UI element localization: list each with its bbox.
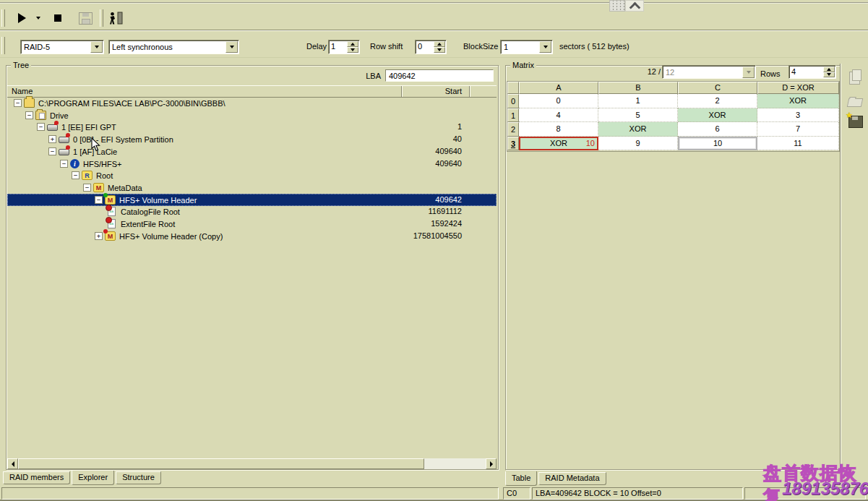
- matrix-cell[interactable]: 3: [757, 108, 839, 123]
- matrix-cell[interactable]: 9: [598, 137, 678, 151]
- block-size-combo[interactable]: 1: [500, 40, 553, 54]
- tab-table[interactable]: Table: [505, 471, 537, 486]
- tree-item-label[interactable]: 1 [EE] EFI GPT: [61, 122, 119, 132]
- tab-raid-members[interactable]: RAID members: [3, 471, 70, 484]
- tree-row[interactable]: +0 [0B] - EFI System Partition40: [7, 133, 497, 145]
- spin-up-icon[interactable]: [823, 67, 835, 72]
- matrix-row-header[interactable]: 3: [507, 137, 519, 151]
- chevron-down-icon[interactable]: [225, 41, 238, 53]
- chevron-down-icon[interactable]: [90, 41, 103, 53]
- controls-gripper[interactable]: [1, 37, 5, 54]
- start-column-header[interactable]: Start: [445, 87, 462, 95]
- column-divider[interactable]: [469, 86, 470, 97]
- tree-item-label[interactable]: 0 [0B] - EFI System Partition: [73, 134, 176, 144]
- tab-explorer[interactable]: Explorer: [72, 471, 114, 485]
- matrix-cell[interactable]: XOR10: [519, 137, 598, 151]
- matrix-cell[interactable]: 1: [598, 94, 678, 108]
- matrix-cell[interactable]: 0: [519, 94, 598, 108]
- dots-grid-icon[interactable]: [609, 0, 625, 12]
- matrix-cell[interactable]: XOR: [757, 94, 839, 108]
- collapse-icon[interactable]: −: [14, 99, 22, 107]
- overlay-widget[interactable]: [609, 0, 644, 10]
- parity-layout-combo[interactable]: Left synchronous: [108, 40, 239, 54]
- tree-row[interactable]: ExtentFile Root1592424: [7, 218, 497, 230]
- toolbar-gripper[interactable]: [1, 9, 5, 27]
- column-divider[interactable]: [401, 86, 402, 97]
- tree-row[interactable]: −MHFS+ Volume Header409642: [7, 194, 497, 206]
- save-button[interactable]: [77, 9, 94, 27]
- matrix-corner-header[interactable]: [507, 82, 519, 94]
- spin-down-icon[interactable]: [347, 47, 358, 53]
- tree-item-label[interactable]: Root: [96, 171, 115, 180]
- tree-item-label[interactable]: C:\PROGRAM FILES\ACE LAB\PC-3000\BIN\GBB…: [38, 98, 228, 108]
- tab-raid-metadata[interactable]: RAID Metadata: [538, 472, 606, 485]
- matrix-column-header[interactable]: B: [598, 82, 678, 94]
- tree-row[interactable]: −1 [AF] LaCie409640: [7, 145, 497, 158]
- matrix-column-header[interactable]: C: [678, 82, 757, 94]
- matrix-cell[interactable]: XOR: [678, 108, 757, 123]
- raid-type-combo[interactable]: RAID-5: [20, 40, 104, 54]
- spin-down-icon[interactable]: [823, 72, 835, 78]
- expand-icon[interactable]: +: [48, 135, 56, 143]
- matrix-column-header[interactable]: A: [519, 82, 598, 94]
- matrix-cell[interactable]: 11: [757, 137, 839, 151]
- collapse-icon[interactable]: −: [48, 147, 56, 155]
- matrix-row-header[interactable]: 1: [507, 108, 519, 123]
- matrix-cell[interactable]: 2: [678, 94, 757, 108]
- chevron-up-icon[interactable]: [625, 0, 644, 12]
- matrix-cell[interactable]: 6: [678, 122, 757, 137]
- tree-row[interactable]: −RRoot: [7, 169, 497, 181]
- collapse-icon[interactable]: −: [37, 123, 45, 131]
- scrollbar-thumb[interactable]: [18, 458, 424, 469]
- delay-stepper[interactable]: 1: [328, 40, 360, 54]
- tree-row[interactable]: −Drive: [7, 109, 497, 121]
- tree-row[interactable]: CatalogFile Root11691112: [7, 205, 497, 218]
- lba-input[interactable]: [385, 69, 494, 82]
- collapse-icon[interactable]: −: [95, 196, 103, 204]
- rows-stepper[interactable]: 4: [788, 65, 836, 79]
- exit-button[interactable]: [107, 9, 124, 27]
- play-options-button[interactable]: [33, 9, 43, 27]
- chevron-down-icon[interactable]: [539, 41, 551, 53]
- tree-item-label[interactable]: HFS+ Volume Header: [119, 195, 199, 205]
- collapse-icon[interactable]: −: [83, 184, 91, 192]
- open-folder-button[interactable]: [846, 94, 864, 111]
- spin-up-icon[interactable]: [347, 41, 358, 47]
- spin-up-icon[interactable]: [434, 41, 445, 47]
- expand-icon[interactable]: +: [95, 232, 103, 240]
- play-button[interactable]: [13, 9, 30, 27]
- tree-item-label[interactable]: Drive: [50, 111, 71, 120]
- tree-horizontal-scrollbar[interactable]: [7, 458, 497, 469]
- matrix-row-header[interactable]: 0: [507, 94, 519, 108]
- matrix-row-header[interactable]: 2: [507, 122, 519, 137]
- spin-down-icon[interactable]: [434, 47, 445, 53]
- tree-item-label[interactable]: ExtentFile Root: [121, 219, 177, 228]
- matrix-column-header[interactable]: D = XOR: [757, 82, 839, 94]
- tree-row[interactable]: −1 [EE] EFI GPT1: [7, 121, 497, 133]
- matrix-cell[interactable]: 4: [519, 108, 598, 123]
- tree-row[interactable]: −iHFS/HFS+409640: [7, 158, 497, 170]
- new-document-button[interactable]: [846, 69, 864, 87]
- tree-item-label[interactable]: HFS/HFS+: [83, 159, 124, 168]
- collapse-icon[interactable]: −: [72, 171, 80, 179]
- tree-item-label[interactable]: HFS+ Volume Header (Copy): [119, 231, 225, 241]
- tree-item-label[interactable]: CatalogFile Root: [121, 207, 182, 216]
- matrix-cell[interactable]: 10: [678, 137, 757, 151]
- tab-structure[interactable]: Structure: [116, 471, 161, 484]
- tree-item-label[interactable]: MetaData: [108, 183, 145, 192]
- tree-row[interactable]: −MMetaData: [7, 181, 497, 194]
- scroll-right-icon[interactable]: [486, 458, 497, 469]
- stop-button[interactable]: [49, 9, 66, 27]
- tree-column-header[interactable]: Name Start: [7, 85, 497, 98]
- collapse-icon[interactable]: −: [60, 160, 68, 168]
- matrix-cell[interactable]: 5: [598, 108, 678, 123]
- matrix-cell[interactable]: XOR: [598, 122, 678, 137]
- matrix-cell[interactable]: 8: [519, 122, 598, 137]
- matrix-cell[interactable]: 7: [757, 122, 839, 137]
- scroll-left-icon[interactable]: [7, 458, 18, 469]
- tree-row[interactable]: +MHFS+ Volume Header (Copy)17581004550: [7, 230, 497, 242]
- collapse-icon[interactable]: −: [25, 111, 33, 119]
- name-column-header[interactable]: Name: [12, 87, 33, 95]
- tree-row[interactable]: −C:\PROGRAM FILES\ACE LAB\PC-3000\BIN\GB…: [7, 97, 497, 109]
- save-map-button[interactable]: [846, 113, 864, 130]
